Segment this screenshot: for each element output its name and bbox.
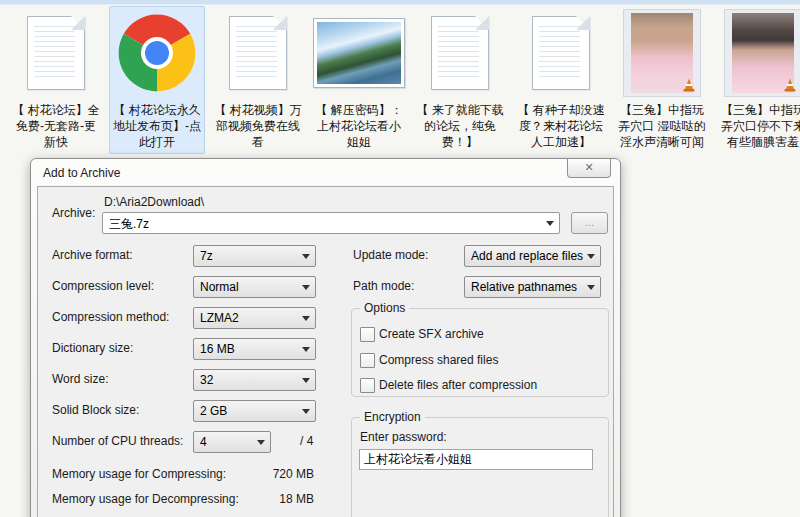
word-size-combobox[interactable]: 32: [193, 369, 316, 391]
video-thumbnail: [623, 9, 701, 97]
desktop-icon-password-image[interactable]: 【 解压密码】： 上村花论坛看小 姐姐: [311, 6, 407, 154]
archive-label: Archive:: [52, 206, 95, 220]
desktop-icon-label: 【 村花论坛永久 地址发布页】-点 此打开: [110, 102, 204, 153]
dictionary-size-label: Dictionary size:: [52, 341, 133, 355]
chevron-down-icon: [302, 254, 310, 263]
compression-method-label: Compression method:: [52, 310, 169, 324]
close-button[interactable]: ✕: [567, 159, 611, 178]
desktop-icon-label: 【 解压密码】： 上村花论坛看小 姐姐: [312, 102, 406, 153]
dialog-client-area: Archive: D:\Aria2Download\ 三兔.7z ... Arc…: [37, 186, 614, 517]
dialog-title: Add to Archive: [43, 166, 120, 180]
chevron-down-icon: [302, 316, 310, 325]
checkbox-compress-shared[interactable]: [360, 353, 375, 368]
compression-method-combobox[interactable]: LZMA2: [193, 307, 316, 329]
options-groupbox: Options Create SFX archive Compress shar…: [351, 308, 609, 397]
desktop-icon-label: 【三兔】中指玩 弄穴口停不下来 有些腼腆害羞: [716, 102, 800, 153]
memory-compressing-label: Memory usage for Compressing:: [52, 467, 226, 481]
text-file-icon: [27, 16, 85, 90]
text-file-icon: [431, 16, 489, 90]
chrome-icon: [117, 13, 197, 93]
dictionary-size-combobox[interactable]: 16 MB: [193, 338, 316, 360]
compress-shared-label: Compress shared files: [379, 353, 498, 367]
compression-level-label: Compression level:: [52, 279, 154, 293]
desktop-icon-chrome-shortcut[interactable]: 【 村花论坛永久 地址发布页】-点 此打开: [109, 6, 205, 154]
desktop-icon-label: 【 来了就能下载 的论坛，纯免 费！】: [413, 102, 507, 153]
archive-name-combobox[interactable]: 三兔.7z: [102, 212, 560, 234]
window-edge-strip: [0, 0, 800, 5]
delete-after-label: Delete files after compression: [379, 378, 537, 392]
archive-format-label: Archive format:: [52, 248, 133, 262]
path-mode-combobox[interactable]: Relative pathnames: [464, 276, 601, 298]
password-input[interactable]: [359, 449, 593, 470]
video-thumbnail: [724, 9, 800, 97]
desktop-icon-download-txt[interactable]: 【 来了就能下载 的论坛，纯免 费！】: [412, 6, 508, 154]
chevron-down-icon: [257, 440, 265, 449]
chevron-down-icon: [302, 409, 310, 418]
archive-filename: 三兔.7z: [109, 216, 149, 233]
desktop-icon-forum-txt[interactable]: 【 村花论坛】全 免费-无套路-更 新快: [8, 6, 104, 154]
update-mode-combobox[interactable]: Add and replace files: [464, 245, 601, 267]
memory-decompressing-value: 18 MB: [208, 492, 314, 506]
options-group-title: Options: [360, 301, 409, 315]
vlc-cone-icon: [782, 78, 798, 93]
chevron-down-icon: [587, 254, 595, 263]
encryption-groupbox: Encryption Enter password:: [351, 417, 609, 517]
desktop-icon-label: 【三兔】中指玩 弄穴口 湿哒哒的 淫水声清晰可闻: [615, 102, 709, 153]
dialog-titlebar[interactable]: Add to Archive ✕: [31, 159, 620, 186]
update-mode-label: Update mode:: [353, 248, 428, 262]
chevron-down-icon: [302, 285, 310, 294]
desktop-icon-label: 【 村花论坛】全 免费-无套路-更 新快: [9, 102, 103, 153]
desktop-icon-seed-txt[interactable]: 【 有种子却没速 度？来村花论坛 人工加速】: [513, 6, 609, 154]
photo-file-icon: [313, 18, 405, 88]
cpu-threads-total: / 4: [300, 434, 313, 448]
add-to-archive-dialog: Add to Archive ✕ Archive: D:\Aria2Downlo…: [30, 158, 621, 517]
create-sfx-label: Create SFX archive: [379, 327, 484, 341]
solid-block-size-label: Solid Block size:: [52, 403, 139, 417]
desktop-icon-label: 【 村花视频】万 部视频免费在线 看: [211, 102, 305, 153]
browse-button[interactable]: ...: [571, 212, 608, 234]
desktop-icon-video-file-2[interactable]: 【三兔】中指玩 弄穴口停不下来 有些腼腆害羞: [715, 6, 800, 154]
archive-format-combobox[interactable]: 7z: [193, 245, 316, 267]
path-mode-label: Path mode:: [353, 279, 414, 293]
text-file-icon: [532, 16, 590, 90]
archive-directory: D:\Aria2Download\: [104, 195, 204, 209]
chevron-down-icon: [302, 347, 310, 356]
chevron-down-icon: [302, 378, 310, 387]
desktop-icons-row: 【 村花论坛】全 免费-无套路-更 新快 【 村花论坛永久 地址发布页】-点 此…: [8, 6, 800, 154]
word-size-label: Word size:: [52, 372, 108, 386]
cpu-threads-combobox[interactable]: 4: [193, 431, 271, 453]
desktop-icon-video-file-1[interactable]: 【三兔】中指玩 弄穴口 湿哒哒的 淫水声清晰可闻: [614, 6, 710, 154]
text-file-icon: [229, 16, 287, 90]
desktop-icon-video-txt[interactable]: 【 村花视频】万 部视频免费在线 看: [210, 6, 306, 154]
desktop-icon-label: 【 有种子却没速 度？来村花论坛 人工加速】: [514, 102, 608, 153]
close-icon: ✕: [584, 161, 593, 173]
memory-compressing-value: 720 MB: [208, 467, 314, 481]
chevron-down-icon: [587, 285, 595, 294]
chevron-down-icon: [546, 221, 554, 230]
checkbox-create-sfx[interactable]: [360, 327, 375, 342]
cpu-threads-label: Number of CPU threads:: [52, 434, 183, 448]
vlc-cone-icon: [681, 78, 697, 93]
encryption-group-title: Encryption: [360, 410, 425, 424]
compression-level-combobox[interactable]: Normal: [193, 276, 316, 298]
checkbox-delete-after[interactable]: [360, 378, 375, 393]
solid-block-size-combobox[interactable]: 2 GB: [193, 400, 316, 422]
enter-password-label: Enter password:: [360, 430, 447, 444]
